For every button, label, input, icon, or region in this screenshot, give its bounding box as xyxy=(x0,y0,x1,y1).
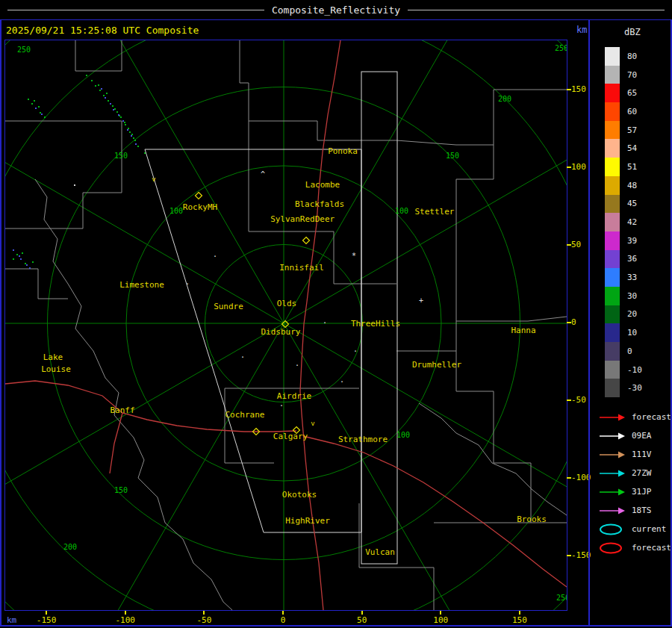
frame-left xyxy=(0,20,1,626)
colorbar-swatch xyxy=(605,121,620,140)
echo-green xyxy=(112,105,113,107)
city-label: Blackfalds xyxy=(295,199,344,209)
colorbar-value-label: -10 xyxy=(627,365,642,375)
range-ring-label: 250 xyxy=(556,594,567,602)
radar-map-canvas[interactable]: 250250200150150100100150100200250 vv ^*+… xyxy=(5,40,567,610)
city-label: RockyMH xyxy=(183,202,217,212)
arrow-head xyxy=(618,470,625,476)
city-label: Ponoka xyxy=(328,146,358,156)
city-label: Okotoks xyxy=(282,490,317,500)
colorbar-swatch xyxy=(605,158,620,176)
legend-label: current xyxy=(632,524,666,534)
legend-row: current xyxy=(599,520,671,538)
city-label: Lake xyxy=(43,352,63,362)
city-label: Limestone xyxy=(119,280,164,290)
arrow-head xyxy=(618,414,625,420)
echo-green xyxy=(137,146,139,147)
right-axis-label: 50 xyxy=(571,240,594,249)
city-label: Sylvan xyxy=(270,214,300,224)
echo-blue xyxy=(19,255,20,257)
colorbar-value-label: 65 xyxy=(627,88,637,98)
echo-green xyxy=(116,111,118,113)
city-label: Didsbury xyxy=(261,327,301,337)
map-symbol: · xyxy=(340,378,344,386)
echo-green xyxy=(22,252,23,254)
echo-green xyxy=(13,258,14,260)
city-label: Drumheller xyxy=(412,360,462,370)
check-marker: v xyxy=(152,175,155,183)
echo-green xyxy=(28,99,29,100)
echo-green xyxy=(91,80,93,81)
sidebar-divider xyxy=(588,20,590,626)
echo-green xyxy=(103,95,105,96)
range-ring-label: 250 xyxy=(17,46,31,54)
echo-blue xyxy=(41,114,43,115)
ellipse-outline xyxy=(600,524,621,534)
legend-label: 27ZW xyxy=(632,468,652,478)
right-axis-label: 0 xyxy=(571,317,594,327)
bottom-axis-tick xyxy=(203,611,205,615)
range-ring-label: 250 xyxy=(555,44,567,52)
echo-blue xyxy=(105,97,106,99)
city-label: ThreeHills xyxy=(351,319,400,329)
city-label: Brooks xyxy=(517,514,547,524)
echo-green xyxy=(106,93,108,94)
colorbar-value-label: 0 xyxy=(627,346,632,356)
arrow-glyph xyxy=(599,430,627,442)
city-label: Cochrane xyxy=(225,410,265,420)
echo-blue xyxy=(26,264,28,266)
colorbar-title: dBZ xyxy=(624,27,641,37)
echo-green xyxy=(40,112,41,114)
city-label: Stettler xyxy=(415,207,455,217)
echo-blue xyxy=(127,129,128,131)
map-symbol: · xyxy=(353,347,358,355)
map-symbol: ^ xyxy=(261,170,265,178)
city-label: Innisfail xyxy=(279,263,324,273)
colorbar-swatch xyxy=(605,250,620,269)
city-label: Olds xyxy=(277,299,297,308)
colorbar-value-label: 70 xyxy=(627,70,637,80)
colorbar-row: 36 xyxy=(605,250,642,269)
bottom-axis-tick xyxy=(46,611,47,615)
city-label: Airdrie xyxy=(277,391,311,401)
colorbar-swatch xyxy=(605,361,620,379)
colorbar-value-label: 36 xyxy=(627,254,637,264)
colorbar-value-label: 60 xyxy=(627,107,637,116)
title-rule-right xyxy=(408,10,665,10)
city-label: Hanna xyxy=(511,326,535,335)
legend-label: 31JP xyxy=(632,487,652,497)
echo-blue xyxy=(118,114,119,116)
legend-label: forecast xyxy=(632,543,671,553)
bottom-axis-label: -100 xyxy=(108,615,143,625)
colorbar-row: 30 xyxy=(605,287,642,305)
colorbar-swatch xyxy=(605,66,620,84)
legend-row: 18TS xyxy=(599,501,671,520)
colorbar-swatch xyxy=(605,305,620,324)
range-ring-label: 200 xyxy=(498,95,511,103)
colorbar-swatch xyxy=(605,379,620,397)
colorbar-value-label: 20 xyxy=(627,309,637,319)
track-arrow-icon xyxy=(599,486,627,498)
echo-blue xyxy=(135,143,137,145)
echo-green xyxy=(108,100,109,102)
storm-ellipse-icon xyxy=(599,542,627,554)
echo-green xyxy=(144,152,146,154)
city-label: Sundre xyxy=(214,302,243,311)
unit-label-bottom: km xyxy=(7,615,16,625)
coverage-outlines xyxy=(145,72,397,564)
ellipse-outline xyxy=(600,543,621,553)
colorbar-row: 80 xyxy=(605,47,642,66)
bottom-axis-label: 150 xyxy=(502,615,538,625)
radar-site-marker xyxy=(196,193,202,199)
legend-label: 09EA xyxy=(632,431,652,441)
track-arrow-icon xyxy=(599,411,627,423)
echo-green xyxy=(120,116,122,118)
colorbar-swatch xyxy=(605,323,620,342)
colorbar-row: -30 xyxy=(605,379,642,397)
map-symbol: * xyxy=(352,252,356,260)
right-axis-label: 100 xyxy=(571,162,594,172)
colorbar-scale: 807065605754514845423936333020100-10-30 xyxy=(605,47,642,397)
sidebar: dBZ 807065605754514845423936333020100-10… xyxy=(591,20,672,626)
colorbar-value-label: 48 xyxy=(627,181,637,190)
legend-row: 31JP xyxy=(599,482,671,501)
